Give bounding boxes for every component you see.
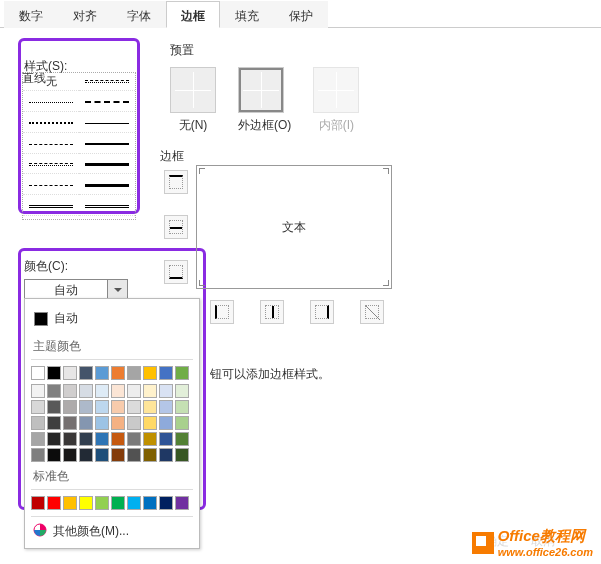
color-swatch[interactable]	[47, 496, 61, 510]
style-dashdot3[interactable]	[23, 177, 79, 195]
color-swatch[interactable]	[95, 366, 109, 380]
color-swatch[interactable]	[175, 496, 189, 510]
color-swatch[interactable]	[31, 416, 45, 430]
tab-font[interactable]: 字体	[112, 1, 166, 28]
color-swatch[interactable]	[175, 448, 189, 462]
color-swatch[interactable]	[111, 416, 125, 430]
edge-diag2-button[interactable]	[360, 300, 384, 324]
style-dot-thin[interactable]	[23, 94, 79, 112]
color-swatch[interactable]	[95, 496, 109, 510]
more-colors-row[interactable]: 其他颜色(M)...	[31, 516, 193, 542]
color-swatch[interactable]	[63, 448, 77, 462]
preset-none[interactable]: 无(N)	[170, 67, 216, 134]
color-swatch[interactable]	[175, 416, 189, 430]
color-swatch[interactable]	[31, 366, 45, 380]
color-swatch[interactable]	[127, 448, 141, 462]
style-solid-med[interactable]	[79, 136, 135, 154]
edge-right-button[interactable]	[310, 300, 334, 324]
color-swatch[interactable]	[95, 416, 109, 430]
color-swatch[interactable]	[111, 400, 125, 414]
color-swatch[interactable]	[175, 432, 189, 446]
color-swatch[interactable]	[47, 366, 61, 380]
color-swatch[interactable]	[143, 366, 157, 380]
color-swatch[interactable]	[63, 400, 77, 414]
color-swatch[interactable]	[31, 496, 45, 510]
color-swatch[interactable]	[175, 384, 189, 398]
color-swatch[interactable]	[95, 384, 109, 398]
color-swatch[interactable]	[111, 432, 125, 446]
style-double1[interactable]	[23, 198, 79, 216]
color-swatch[interactable]	[63, 416, 77, 430]
color-swatch[interactable]	[159, 496, 173, 510]
style-dot-med[interactable]	[23, 115, 79, 133]
color-swatch[interactable]	[159, 384, 173, 398]
color-swatch[interactable]	[79, 384, 93, 398]
tab-align[interactable]: 对齐	[58, 1, 112, 28]
color-swatch[interactable]	[47, 432, 61, 446]
style-solid-thick[interactable]	[79, 156, 135, 174]
edge-bottom-button[interactable]	[164, 260, 188, 284]
color-swatch[interactable]	[111, 366, 125, 380]
color-swatch[interactable]	[79, 448, 93, 462]
color-swatch[interactable]	[159, 416, 173, 430]
tab-fill[interactable]: 填充	[220, 1, 274, 28]
style-dash-thin[interactable]	[23, 136, 79, 154]
edge-left-button[interactable]	[210, 300, 234, 324]
color-swatch[interactable]	[95, 448, 109, 462]
color-swatch[interactable]	[127, 416, 141, 430]
color-swatch[interactable]	[127, 496, 141, 510]
tab-number[interactable]: 数字	[4, 1, 58, 28]
color-swatch[interactable]	[63, 496, 77, 510]
color-swatch[interactable]	[95, 400, 109, 414]
color-swatch[interactable]	[63, 384, 77, 398]
border-preview[interactable]: 文本	[196, 165, 392, 289]
color-swatch[interactable]	[47, 384, 61, 398]
color-swatch[interactable]	[79, 400, 93, 414]
edge-hmid-button[interactable]	[164, 215, 188, 239]
color-swatch[interactable]	[47, 416, 61, 430]
color-swatch[interactable]	[143, 432, 157, 446]
color-swatch[interactable]	[111, 448, 125, 462]
preset-outer[interactable]: 外边框(O)	[238, 67, 291, 134]
style-dashdot2[interactable]	[23, 156, 79, 174]
style-dash-dot[interactable]	[79, 73, 135, 91]
color-swatch[interactable]	[31, 448, 45, 462]
color-swatch[interactable]	[143, 496, 157, 510]
tab-protect[interactable]: 保护	[274, 1, 328, 28]
color-swatch[interactable]	[31, 400, 45, 414]
color-swatch[interactable]	[127, 432, 141, 446]
color-swatch[interactable]	[79, 416, 93, 430]
color-swatch[interactable]	[143, 384, 157, 398]
edge-top-button[interactable]	[164, 170, 188, 194]
style-dash-thick[interactable]	[79, 94, 135, 112]
color-swatch[interactable]	[111, 384, 125, 398]
color-swatch[interactable]	[143, 400, 157, 414]
color-swatch[interactable]	[63, 366, 77, 380]
color-swatch[interactable]	[79, 366, 93, 380]
color-swatch[interactable]	[175, 366, 189, 380]
color-swatch[interactable]	[79, 432, 93, 446]
color-auto-row[interactable]: 自动	[31, 305, 193, 332]
color-swatch[interactable]	[143, 448, 157, 462]
color-swatch[interactable]	[159, 366, 173, 380]
color-swatch[interactable]	[95, 432, 109, 446]
color-swatch[interactable]	[31, 384, 45, 398]
style-none[interactable]: 无	[23, 73, 79, 91]
style-solid-thin[interactable]	[79, 115, 135, 133]
color-swatch[interactable]	[175, 400, 189, 414]
edge-vmid-button[interactable]	[260, 300, 284, 324]
style-solid-xthick[interactable]	[79, 177, 135, 195]
tab-border[interactable]: 边框	[166, 1, 220, 28]
color-swatch[interactable]	[127, 384, 141, 398]
color-swatch[interactable]	[143, 416, 157, 430]
color-swatch[interactable]	[111, 496, 125, 510]
color-swatch[interactable]	[47, 448, 61, 462]
color-swatch[interactable]	[159, 432, 173, 446]
preset-inner[interactable]: 内部(I)	[313, 67, 359, 134]
color-swatch[interactable]	[127, 366, 141, 380]
color-swatch[interactable]	[159, 400, 173, 414]
color-swatch[interactable]	[31, 432, 45, 446]
color-swatch[interactable]	[47, 400, 61, 414]
color-swatch[interactable]	[159, 448, 173, 462]
color-swatch[interactable]	[79, 496, 93, 510]
